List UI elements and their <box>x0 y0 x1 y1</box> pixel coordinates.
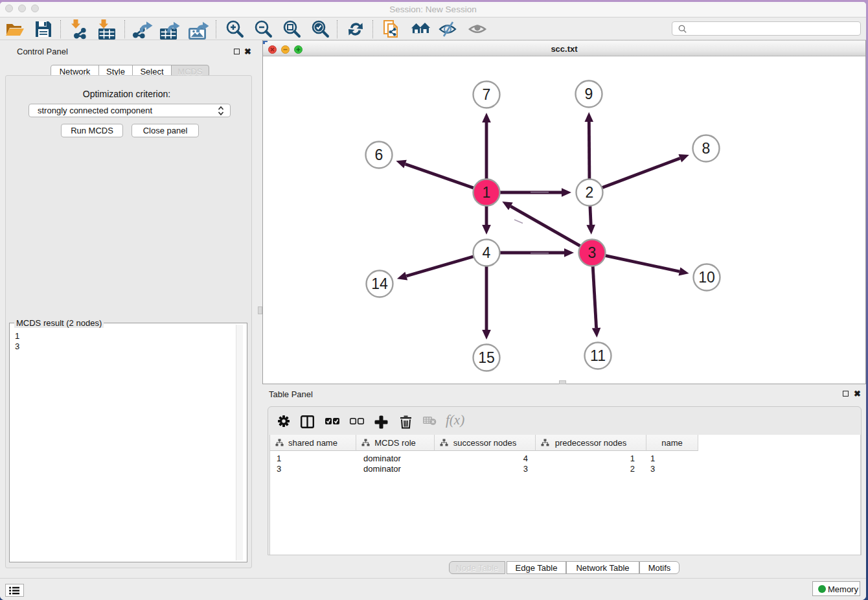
svg-text:1: 1 <box>483 184 491 201</box>
svg-text:9: 9 <box>585 86 593 102</box>
svg-text:15: 15 <box>478 349 495 366</box>
svg-text:4: 4 <box>483 244 491 261</box>
svg-text:6: 6 <box>375 146 383 163</box>
svg-text:14: 14 <box>371 275 388 292</box>
svg-text:10: 10 <box>698 269 715 286</box>
svg-text:3: 3 <box>588 244 597 261</box>
svg-text:2: 2 <box>586 184 594 201</box>
svg-text:8: 8 <box>702 140 711 157</box>
svg-text:7: 7 <box>483 86 491 103</box>
svg-text:11: 11 <box>590 347 606 364</box>
